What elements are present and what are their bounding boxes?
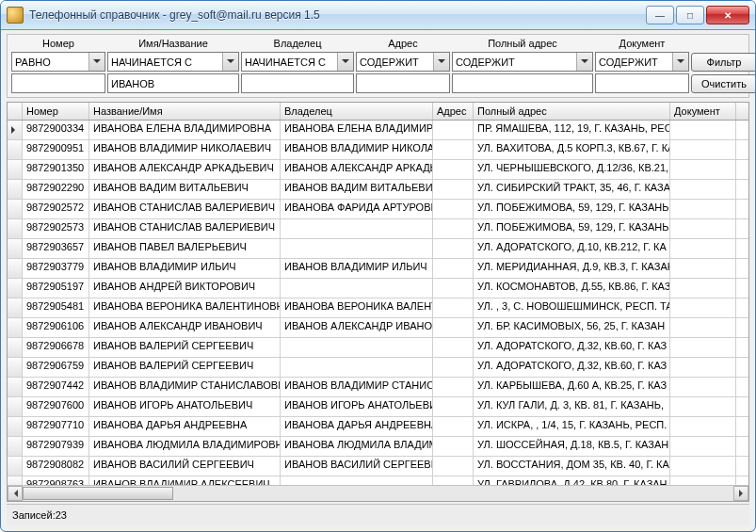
value-owner-input[interactable]: [241, 73, 354, 93]
cell-fulladdress: УЛ. ЧЕРНЫШЕВСКОГО, Д.12/36, КВ.21,: [474, 160, 670, 179]
cell-owner: ИВАНОВА ЛЮДМИЛА ВЛАДИМИРОВНА: [281, 437, 433, 456]
cell-name: ИВАНОВ ВЛАДИМИР НИКОЛАЕВИЧ: [89, 140, 281, 159]
table-row[interactable]: 9872908082ИВАНОВ ВАСИЛИЙ СЕРГЕЕВИЧИВАНОВ…: [8, 457, 748, 476]
cell-fulladdress: УЛ. БР. КАСИМОВЫХ, 56, 25, Г. КАЗАН: [474, 318, 670, 337]
cell-owner: ИВАНОВ ИГОРЬ АНАТОЛЬЕВИЧ: [281, 397, 433, 416]
row-marker: [8, 476, 23, 485]
cell-owner: [281, 239, 433, 258]
table-row[interactable]: 9872906759ИВАНОВ ВАЛЕРИЙ СЕРГЕЕВИЧУЛ. АД…: [8, 358, 748, 378]
header-owner[interactable]: Владелец: [281, 103, 433, 120]
table-row[interactable]: 9872907939ИВАНОВА ЛЮДМИЛА ВЛАДИМИРОВНАИВ…: [8, 437, 748, 457]
cell-name: ИВАНОВ АНДРЕЙ ВИКТОРОВИЧ: [89, 279, 281, 298]
value-fulladdress-input[interactable]: [452, 73, 593, 93]
table-row[interactable]: 9872908763ИВАНОВ ВЛАДИМИР АЛЕКСЕЕВИЧУЛ. …: [8, 476, 748, 485]
maximize-button[interactable]: □: [676, 6, 704, 24]
cell-document: [670, 338, 736, 357]
row-marker: [8, 121, 23, 139]
table-row[interactable]: 9872902290ИВАНОВ ВАДИМ ВИТАЛЬЕВИЧИВАНОВ …: [8, 180, 748, 200]
cell-fulladdress: УЛ. ПОБЕЖИМОВА, 59, 129, Г. КАЗАНЬ,: [474, 219, 670, 238]
cell-fulladdress: УЛ. , 3, С. НОВОШЕШМИНСК, РЕСП. ТА: [474, 298, 670, 317]
label-fulladdress: Полный адрес: [452, 37, 593, 50]
cell-owner: ИВАНОВА ФАРИДА АРТУРОВНА: [281, 200, 433, 218]
value-number-input[interactable]: [11, 73, 105, 93]
cell-number: 9872900951: [23, 140, 89, 159]
cell-name: ИВАНОВА ЛЮДМИЛА ВЛАДИМИРОВНА: [89, 437, 281, 456]
app-icon: [7, 7, 24, 24]
row-marker: [8, 219, 23, 238]
table-row[interactable]: 9872903657ИВАНОВ ПАВЕЛ ВАЛЕРЬЕВИЧУЛ. АДО…: [8, 239, 748, 259]
cell-fulladdress: ПР. ЯМАШЕВА, 112, 19, Г. КАЗАНЬ, РЕСП: [474, 121, 670, 139]
value-name-input[interactable]: ИВАНОВ: [107, 73, 239, 93]
cell-number: 9872903779: [23, 259, 89, 278]
status-bar: Записей:23: [7, 504, 749, 525]
table-row[interactable]: 9872900951ИВАНОВ ВЛАДИМИР НИКОЛАЕВИЧИВАН…: [8, 140, 748, 160]
grid-body[interactable]: 9872900334ИВАНОВА ЕЛЕНА ВЛАДИМИРОВНАИВАН…: [8, 121, 748, 485]
minimize-button[interactable]: —: [646, 6, 674, 24]
cell-document: [670, 200, 736, 218]
value-document-input[interactable]: [595, 73, 689, 93]
op-fulladdress-combo[interactable]: СОДЕРЖИТ: [452, 52, 593, 72]
table-row[interactable]: 9872905197ИВАНОВ АНДРЕЙ ВИКТОРОВИЧУЛ. КО…: [8, 279, 748, 298]
op-fulladdress-value: СОДЕРЖИТ: [456, 56, 515, 68]
header-number[interactable]: Номер: [23, 103, 89, 120]
table-row[interactable]: 9872906106ИВАНОВ АЛЕКСАНДР ИВАНОВИЧИВАНО…: [8, 318, 748, 338]
table-row[interactable]: 9872900334ИВАНОВА ЕЛЕНА ВЛАДИМИРОВНАИВАН…: [8, 121, 748, 140]
cell-address: [433, 476, 474, 485]
table-row[interactable]: 9872906678ИВАНОВ ВАЛЕРИЙ СЕРГЕЕВИЧУЛ. АД…: [8, 338, 748, 358]
cell-fulladdress: УЛ. АДОРАТСКОГО, Д.32, КВ.60, Г. КАЗ: [474, 338, 670, 357]
cell-document: [670, 417, 736, 436]
header-fulladdress[interactable]: Полный адрес: [474, 103, 670, 120]
cell-number: 9872905481: [23, 298, 89, 317]
cell-owner: [281, 219, 433, 238]
scroll-left-button[interactable]: [8, 486, 23, 501]
op-address-combo[interactable]: СОДЕРЖИТ: [356, 52, 450, 72]
header-address[interactable]: Адрес: [433, 103, 474, 120]
cell-number: 9872901350: [23, 160, 89, 179]
op-name-combo[interactable]: НАЧИНАЕТСЯ С: [107, 52, 239, 72]
clear-button[interactable]: Очистить: [691, 74, 756, 93]
table-row[interactable]: 9872907600ИВАНОВ ИГОРЬ АНАТОЛЬЕВИЧИВАНОВ…: [8, 397, 748, 417]
cell-number: 9872907710: [23, 417, 89, 436]
cell-name: ИВАНОВ ВЛАДИМИР СТАНИСЛАВОВИЧ: [89, 378, 281, 396]
op-name-value: НАЧИНАЕТСЯ С: [111, 56, 192, 68]
label-address: Адрес: [356, 37, 450, 50]
cell-fulladdress: УЛ. ГАВРИЛОВА, Д.42, КВ.80, Г. КАЗАН: [474, 476, 670, 485]
op-document-combo[interactable]: СОДЕРЖИТ: [595, 52, 689, 72]
filter-button[interactable]: Фильтр: [691, 53, 756, 72]
cell-fulladdress: УЛ. АДОРАТСКОГО, Д.10, КВ.212, Г. КА: [474, 239, 670, 258]
table-row[interactable]: 9872901350ИВАНОВ АЛЕКСАНДР АРКАДЬЕВИЧИВА…: [8, 160, 748, 180]
table-row[interactable]: 9872902573ИВАНОВ СТАНИСЛАВ ВАЛЕРИЕВИЧУЛ.…: [8, 219, 748, 239]
cell-address: [433, 397, 474, 416]
table-row[interactable]: 9872903779ИВАНОВ ВЛАДИМИР ИЛЬИЧИВАНОВ ВЛ…: [8, 259, 748, 279]
table-row[interactable]: 9872905481ИВАНОВА ВЕРОНИКА ВАЛЕНТИНОВНАИ…: [8, 298, 748, 318]
cell-owner: [281, 279, 433, 298]
close-button[interactable]: ✕: [706, 6, 749, 24]
cell-document: [670, 378, 736, 396]
row-marker: [8, 140, 23, 159]
op-owner-combo[interactable]: НАЧИНАЕТСЯ С: [241, 52, 354, 72]
cell-address: [433, 378, 474, 396]
header-marker[interactable]: [8, 103, 23, 120]
cell-owner: ИВАНОВА ВЕРОНИКА ВАЛЕНТИНОВНА: [281, 298, 433, 317]
table-row[interactable]: 9872907710ИВАНОВА ДАРЬЯ АНДРЕЕВНАИВАНОВА…: [8, 417, 748, 437]
cell-document: [670, 259, 736, 278]
table-row[interactable]: 9872902572ИВАНОВ СТАНИСЛАВ ВАЛЕРИЕВИЧИВА…: [8, 200, 748, 219]
scroll-right-button[interactable]: [733, 486, 748, 501]
cell-address: [433, 358, 474, 377]
cell-number: 9872908763: [23, 476, 89, 485]
header-document[interactable]: Документ: [670, 103, 736, 120]
label-owner: Владелец: [241, 37, 354, 50]
cell-name: ИВАНОВ ВЛАДИМИР АЛЕКСЕЕВИЧ: [89, 476, 281, 485]
cell-number: 9872900334: [23, 121, 89, 139]
horizontal-scrollbar[interactable]: [8, 485, 748, 501]
scroll-thumb[interactable]: [23, 487, 173, 500]
op-number-combo[interactable]: РАВНО: [11, 52, 105, 72]
header-name[interactable]: Название/Имя: [89, 103, 281, 120]
row-marker: [8, 200, 23, 218]
value-address-input[interactable]: [356, 73, 450, 93]
op-address-value: СОДЕРЖИТ: [360, 56, 419, 68]
row-marker: [8, 279, 23, 298]
cell-document: [670, 160, 736, 179]
titlebar: Телефонный справочник - grey_soft@mail.r…: [1, 1, 755, 30]
table-row[interactable]: 9872907442ИВАНОВ ВЛАДИМИР СТАНИСЛАВОВИЧИ…: [8, 378, 748, 397]
